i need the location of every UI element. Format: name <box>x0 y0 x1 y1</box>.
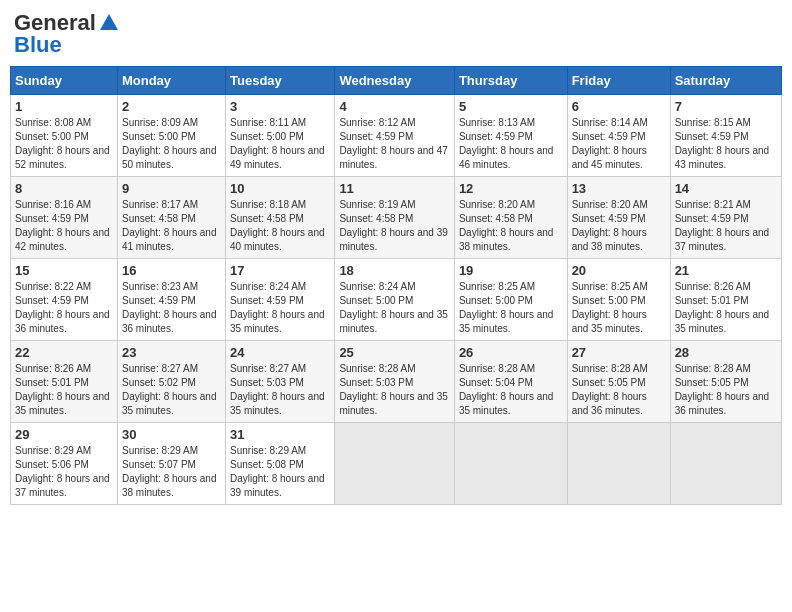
day-info: Sunrise: 8:17 AM Sunset: 4:58 PM Dayligh… <box>122 198 221 254</box>
calendar-cell: 24Sunrise: 8:27 AM Sunset: 5:03 PM Dayli… <box>226 341 335 423</box>
day-number: 11 <box>339 181 450 196</box>
calendar-cell: 26Sunrise: 8:28 AM Sunset: 5:04 PM Dayli… <box>454 341 567 423</box>
logo-icon <box>98 12 120 34</box>
day-number: 18 <box>339 263 450 278</box>
calendar-cell: 14Sunrise: 8:21 AM Sunset: 4:59 PM Dayli… <box>670 177 781 259</box>
weekday-monday: Monday <box>117 67 225 95</box>
day-number: 6 <box>572 99 666 114</box>
day-number: 17 <box>230 263 330 278</box>
day-number: 4 <box>339 99 450 114</box>
day-info: Sunrise: 8:19 AM Sunset: 4:58 PM Dayligh… <box>339 198 450 254</box>
calendar-cell: 3Sunrise: 8:11 AM Sunset: 5:00 PM Daylig… <box>226 95 335 177</box>
calendar-cell: 22Sunrise: 8:26 AM Sunset: 5:01 PM Dayli… <box>11 341 118 423</box>
calendar-cell: 13Sunrise: 8:20 AM Sunset: 4:59 PM Dayli… <box>567 177 670 259</box>
calendar-cell <box>335 423 455 505</box>
day-number: 22 <box>15 345 113 360</box>
day-info: Sunrise: 8:28 AM Sunset: 5:03 PM Dayligh… <box>339 362 450 418</box>
day-number: 12 <box>459 181 563 196</box>
day-number: 5 <box>459 99 563 114</box>
day-info: Sunrise: 8:23 AM Sunset: 4:59 PM Dayligh… <box>122 280 221 336</box>
day-number: 19 <box>459 263 563 278</box>
calendar-cell: 17Sunrise: 8:24 AM Sunset: 4:59 PM Dayli… <box>226 259 335 341</box>
calendar-cell: 10Sunrise: 8:18 AM Sunset: 4:58 PM Dayli… <box>226 177 335 259</box>
calendar-cell: 9Sunrise: 8:17 AM Sunset: 4:58 PM Daylig… <box>117 177 225 259</box>
calendar-cell: 5Sunrise: 8:13 AM Sunset: 4:59 PM Daylig… <box>454 95 567 177</box>
day-number: 31 <box>230 427 330 442</box>
calendar-cell: 19Sunrise: 8:25 AM Sunset: 5:00 PM Dayli… <box>454 259 567 341</box>
day-info: Sunrise: 8:20 AM Sunset: 4:58 PM Dayligh… <box>459 198 563 254</box>
weekday-thursday: Thursday <box>454 67 567 95</box>
calendar-cell: 23Sunrise: 8:27 AM Sunset: 5:02 PM Dayli… <box>117 341 225 423</box>
weekday-tuesday: Tuesday <box>226 67 335 95</box>
svg-marker-0 <box>100 14 118 30</box>
calendar-cell: 15Sunrise: 8:22 AM Sunset: 4:59 PM Dayli… <box>11 259 118 341</box>
logo: General Blue <box>14 10 120 58</box>
day-info: Sunrise: 8:29 AM Sunset: 5:06 PM Dayligh… <box>15 444 113 500</box>
weekday-header-row: SundayMondayTuesdayWednesdayThursdayFrid… <box>11 67 782 95</box>
day-info: Sunrise: 8:25 AM Sunset: 5:00 PM Dayligh… <box>459 280 563 336</box>
calendar-cell: 28Sunrise: 8:28 AM Sunset: 5:05 PM Dayli… <box>670 341 781 423</box>
day-number: 21 <box>675 263 777 278</box>
calendar-week-4: 22Sunrise: 8:26 AM Sunset: 5:01 PM Dayli… <box>11 341 782 423</box>
day-info: Sunrise: 8:25 AM Sunset: 5:00 PM Dayligh… <box>572 280 666 336</box>
calendar-header: SundayMondayTuesdayWednesdayThursdayFrid… <box>11 67 782 95</box>
calendar-cell: 21Sunrise: 8:26 AM Sunset: 5:01 PM Dayli… <box>670 259 781 341</box>
calendar-cell: 1Sunrise: 8:08 AM Sunset: 5:00 PM Daylig… <box>11 95 118 177</box>
calendar-cell <box>567 423 670 505</box>
day-number: 3 <box>230 99 330 114</box>
day-info: Sunrise: 8:29 AM Sunset: 5:07 PM Dayligh… <box>122 444 221 500</box>
day-number: 27 <box>572 345 666 360</box>
day-number: 30 <box>122 427 221 442</box>
calendar-cell <box>454 423 567 505</box>
calendar-table: SundayMondayTuesdayWednesdayThursdayFrid… <box>10 66 782 505</box>
calendar-cell: 18Sunrise: 8:24 AM Sunset: 5:00 PM Dayli… <box>335 259 455 341</box>
calendar-cell: 6Sunrise: 8:14 AM Sunset: 4:59 PM Daylig… <box>567 95 670 177</box>
day-info: Sunrise: 8:14 AM Sunset: 4:59 PM Dayligh… <box>572 116 666 172</box>
calendar-week-3: 15Sunrise: 8:22 AM Sunset: 4:59 PM Dayli… <box>11 259 782 341</box>
day-number: 26 <box>459 345 563 360</box>
day-info: Sunrise: 8:21 AM Sunset: 4:59 PM Dayligh… <box>675 198 777 254</box>
calendar-cell: 30Sunrise: 8:29 AM Sunset: 5:07 PM Dayli… <box>117 423 225 505</box>
calendar-cell: 4Sunrise: 8:12 AM Sunset: 4:59 PM Daylig… <box>335 95 455 177</box>
day-number: 16 <box>122 263 221 278</box>
day-number: 8 <box>15 181 113 196</box>
day-info: Sunrise: 8:18 AM Sunset: 4:58 PM Dayligh… <box>230 198 330 254</box>
day-number: 28 <box>675 345 777 360</box>
day-info: Sunrise: 8:26 AM Sunset: 5:01 PM Dayligh… <box>15 362 113 418</box>
day-info: Sunrise: 8:20 AM Sunset: 4:59 PM Dayligh… <box>572 198 666 254</box>
day-info: Sunrise: 8:12 AM Sunset: 4:59 PM Dayligh… <box>339 116 450 172</box>
day-info: Sunrise: 8:29 AM Sunset: 5:08 PM Dayligh… <box>230 444 330 500</box>
weekday-friday: Friday <box>567 67 670 95</box>
day-info: Sunrise: 8:27 AM Sunset: 5:02 PM Dayligh… <box>122 362 221 418</box>
day-info: Sunrise: 8:11 AM Sunset: 5:00 PM Dayligh… <box>230 116 330 172</box>
day-number: 25 <box>339 345 450 360</box>
day-info: Sunrise: 8:16 AM Sunset: 4:59 PM Dayligh… <box>15 198 113 254</box>
day-info: Sunrise: 8:15 AM Sunset: 4:59 PM Dayligh… <box>675 116 777 172</box>
day-number: 13 <box>572 181 666 196</box>
calendar-body: 1Sunrise: 8:08 AM Sunset: 5:00 PM Daylig… <box>11 95 782 505</box>
day-number: 24 <box>230 345 330 360</box>
day-number: 7 <box>675 99 777 114</box>
calendar-cell: 16Sunrise: 8:23 AM Sunset: 4:59 PM Dayli… <box>117 259 225 341</box>
day-number: 1 <box>15 99 113 114</box>
day-number: 15 <box>15 263 113 278</box>
calendar-cell: 7Sunrise: 8:15 AM Sunset: 4:59 PM Daylig… <box>670 95 781 177</box>
calendar-cell: 20Sunrise: 8:25 AM Sunset: 5:00 PM Dayli… <box>567 259 670 341</box>
day-info: Sunrise: 8:09 AM Sunset: 5:00 PM Dayligh… <box>122 116 221 172</box>
day-number: 9 <box>122 181 221 196</box>
day-info: Sunrise: 8:26 AM Sunset: 5:01 PM Dayligh… <box>675 280 777 336</box>
calendar-cell: 2Sunrise: 8:09 AM Sunset: 5:00 PM Daylig… <box>117 95 225 177</box>
day-info: Sunrise: 8:27 AM Sunset: 5:03 PM Dayligh… <box>230 362 330 418</box>
calendar-cell: 29Sunrise: 8:29 AM Sunset: 5:06 PM Dayli… <box>11 423 118 505</box>
weekday-saturday: Saturday <box>670 67 781 95</box>
calendar-cell: 31Sunrise: 8:29 AM Sunset: 5:08 PM Dayli… <box>226 423 335 505</box>
calendar-cell: 11Sunrise: 8:19 AM Sunset: 4:58 PM Dayli… <box>335 177 455 259</box>
weekday-sunday: Sunday <box>11 67 118 95</box>
calendar-week-5: 29Sunrise: 8:29 AM Sunset: 5:06 PM Dayli… <box>11 423 782 505</box>
day-number: 14 <box>675 181 777 196</box>
day-number: 10 <box>230 181 330 196</box>
day-info: Sunrise: 8:13 AM Sunset: 4:59 PM Dayligh… <box>459 116 563 172</box>
calendar-cell: 12Sunrise: 8:20 AM Sunset: 4:58 PM Dayli… <box>454 177 567 259</box>
weekday-wednesday: Wednesday <box>335 67 455 95</box>
calendar-cell: 25Sunrise: 8:28 AM Sunset: 5:03 PM Dayli… <box>335 341 455 423</box>
